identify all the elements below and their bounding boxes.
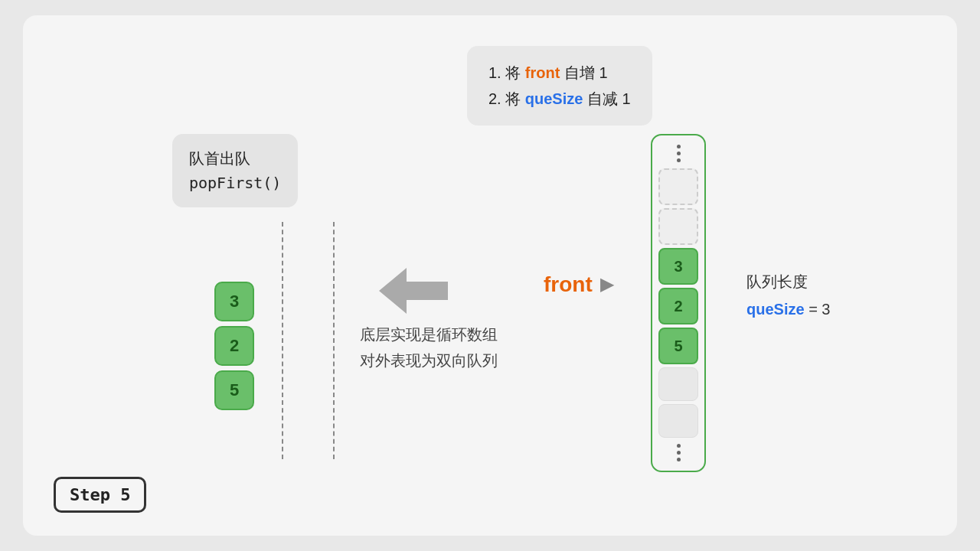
r-cell-filled-1: 2 [658, 288, 698, 324]
queue-info: 队列长度 queSize = 3 [746, 268, 831, 323]
top-dots-icon [677, 142, 681, 165]
r-cell-empty-0 [658, 168, 698, 205]
left-array: 3 2 5 [214, 282, 254, 410]
v-line-left [282, 222, 283, 459]
left-cell-2: 5 [214, 370, 254, 410]
step-badge: Step 5 [54, 477, 146, 513]
info-box: 1. 将 front 自增 1 2. 将 queSize 自减 1 [467, 46, 652, 126]
r-cell-light-0 [658, 367, 698, 401]
info-line2: 2. 将 queSize 自减 1 [488, 86, 631, 112]
desc-text: 底层实现是循环数组 对外表现为双向队列 [360, 321, 498, 373]
left-arrow [379, 268, 448, 314]
v-line-right [333, 222, 335, 459]
r-cell-light-1 [658, 404, 698, 438]
left-cell-1: 2 [214, 326, 254, 366]
front-text: front [544, 272, 593, 297]
quesize-eq: = 3 [805, 301, 831, 318]
popfirst-box: 队首出队 popFirst() [172, 134, 298, 207]
r-cell-filled-0: 3 [658, 248, 698, 285]
queue-size-line: queSize = 3 [746, 295, 831, 323]
quesize-kw: queSize [746, 301, 805, 318]
info-line1: 1. 将 front 自增 1 [488, 60, 631, 86]
front-arrow-icon: ▶ [600, 275, 613, 295]
slide: 1. 将 front 自增 1 2. 将 queSize 自减 1 队首出队 p… [23, 15, 957, 536]
popfirst-line2: popFirst() [189, 171, 281, 195]
front-label: front ▶ [544, 272, 613, 297]
left-cell-0: 3 [214, 282, 254, 321]
queue-label: 队列长度 [746, 268, 831, 295]
right-array: 3 2 5 [651, 134, 706, 472]
popfirst-line1: 队首出队 [189, 146, 281, 171]
bottom-dots-icon [677, 441, 681, 465]
right-array-outer: 3 2 5 [651, 134, 706, 472]
r-cell-filled-2: 5 [658, 328, 698, 364]
r-cell-empty-1 [658, 208, 698, 245]
